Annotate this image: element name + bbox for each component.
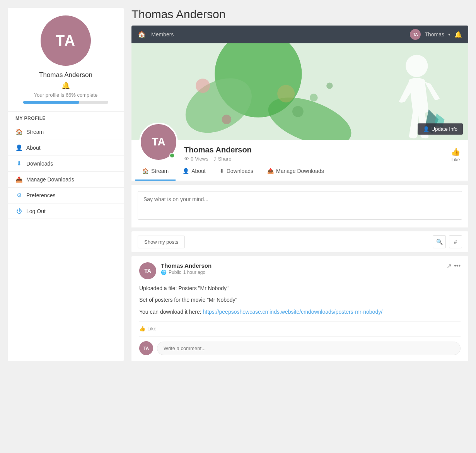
- top-nav-right: TA Thomas ▾ 🔔: [410, 29, 462, 40]
- top-nav: 🏠 Members TA Thomas ▾ 🔔: [131, 26, 468, 43]
- tab-stream-icon: 🏠: [142, 168, 149, 174]
- hashtag-icon: #: [454, 239, 457, 245]
- post-time: 1 hour ago: [183, 270, 205, 275]
- sidebar-profile-complete-text: Your profile is 66% complete: [34, 92, 97, 98]
- main-content: Thomas Anderson 🏠 Members TA Thomas ▾ 🔔: [131, 8, 468, 361]
- post-download-link[interactable]: https://peepsoshowcase.cminds.website/cm…: [203, 309, 383, 315]
- sidebar-divider: [8, 111, 124, 112]
- sidebar-item-stream[interactable]: 🏠 Stream: [8, 124, 124, 140]
- sidebar-item-about[interactable]: 👤 About: [8, 140, 124, 156]
- sidebar-section-label: MY PROFILE: [8, 116, 124, 124]
- post-author-name: Thomas Anderson: [161, 262, 212, 269]
- top-nav-avatar: TA: [410, 29, 421, 40]
- sidebar-menu: 🏠 Stream 👤 About ⬇ Downloads 📤: [8, 124, 124, 219]
- post-card: TA Thomas Anderson 🌐 Public 1 hour ago ↗…: [131, 256, 468, 361]
- sidebar-progress-bar: [23, 101, 108, 104]
- tab-about[interactable]: 👤 About: [176, 162, 213, 181]
- post-line1: Uploaded a file: Posters "Mr Nobody": [139, 284, 461, 292]
- share-action[interactable]: ⤴ Share: [214, 156, 232, 162]
- svg-point-10: [406, 55, 428, 77]
- profile-name-views: Thomas Anderson 👁 0 Views ⤴ Share: [184, 144, 451, 162]
- post-author-avatar: TA: [139, 262, 156, 279]
- about-icon: 👤: [15, 144, 22, 151]
- top-nav-left: 🏠 Members: [138, 31, 174, 39]
- like-label: Like: [451, 157, 460, 162]
- post-like-label: Like: [147, 326, 157, 332]
- sidebar-logout-label: Log Out: [26, 208, 46, 214]
- profile-tabs: 🏠 Stream 👤 About ⬇ Downloads 📤 Manage Do…: [131, 162, 468, 181]
- svg-point-4: [196, 79, 210, 93]
- members-label[interactable]: Members: [151, 31, 174, 38]
- svg-point-9: [326, 82, 333, 89]
- sidebar-preferences-label: Preferences: [26, 192, 55, 198]
- post-line2: Set of posters for the movie "Mr Nobody": [139, 296, 461, 304]
- expand-icon[interactable]: ↗: [447, 262, 452, 270]
- sidebar-bell-icon: 🔔: [61, 81, 70, 90]
- post-meta: 🌐 Public 1 hour ago: [161, 270, 212, 275]
- post-actions: ↗ •••: [447, 262, 461, 270]
- top-nav-username[interactable]: Thomas: [425, 31, 444, 38]
- post-like-button[interactable]: 👍 Like: [139, 326, 157, 332]
- sidebar-stream-label: Stream: [26, 129, 44, 135]
- search-icon: 🔍: [436, 239, 443, 245]
- profile-avatar: TA: [139, 123, 178, 161]
- tab-manage-downloads-label: Manage Downloads: [276, 168, 324, 174]
- comment-avatar: TA: [139, 341, 153, 355]
- profile-meta: 👁 0 Views ⤴ Share: [184, 156, 451, 162]
- sidebar: TA Thomas Anderson 🔔 Your profile is 66%…: [8, 8, 124, 361]
- post-download-line: You can download it here: https://peepso…: [139, 308, 461, 316]
- post-header-left: TA Thomas Anderson 🌐 Public 1 hour ago: [139, 262, 212, 279]
- share-icon: ⤴: [214, 156, 217, 162]
- sidebar-manage-downloads-label: Manage Downloads: [26, 176, 74, 183]
- profile-info-row: TA Thomas Anderson 👁 0 Views ⤴ Share: [131, 140, 468, 162]
- page-title: Thomas Anderson: [131, 8, 468, 21]
- views-count: 👁 0 Views: [184, 156, 208, 162]
- sidebar-about-label: About: [26, 145, 41, 151]
- tab-manage-downloads-icon: 📤: [267, 168, 274, 174]
- post-author-info: Thomas Anderson 🌐 Public 1 hour ago: [161, 262, 212, 275]
- tab-stream-label: Stream: [151, 168, 169, 174]
- like-button[interactable]: 👍 Like: [451, 144, 461, 162]
- post-visibility: Public: [169, 270, 181, 275]
- stream-icon: 🏠: [15, 128, 22, 135]
- stream-input[interactable]: [138, 191, 462, 220]
- post-footer: 👍 Like: [139, 321, 461, 332]
- tab-manage-downloads[interactable]: 📤 Manage Downloads: [260, 162, 331, 181]
- sidebar-avatar: TA: [41, 15, 91, 66]
- tab-about-label: About: [191, 168, 206, 174]
- svg-point-6: [277, 85, 295, 103]
- globe-icon: 🌐: [161, 270, 167, 275]
- manage-downloads-icon: 📤: [15, 176, 22, 183]
- post-header: TA Thomas Anderson 🌐 Public 1 hour ago ↗…: [139, 262, 461, 279]
- sidebar-user-name: Thomas Anderson: [39, 71, 92, 79]
- show-my-posts-button[interactable]: Show my posts: [138, 236, 185, 248]
- thumb-up-icon: 👍: [451, 147, 461, 156]
- sidebar-item-preferences[interactable]: ⚙ Preferences: [8, 188, 124, 203]
- tab-downloads[interactable]: ⬇ Downloads: [213, 162, 260, 181]
- sidebar-item-downloads[interactable]: ⬇ Downloads: [8, 156, 124, 172]
- show-posts-label: Show my posts: [144, 239, 178, 245]
- comment-input[interactable]: [157, 342, 461, 355]
- sidebar-progress-fill: [23, 101, 79, 104]
- show-posts-bar: Show my posts 🔍 #: [131, 231, 468, 252]
- update-info-button[interactable]: 👤 Update Info: [418, 123, 463, 135]
- home-icon[interactable]: 🏠: [138, 31, 146, 39]
- sidebar-item-logout[interactable]: ⏻ Log Out: [8, 203, 124, 219]
- sidebar-item-manage-downloads[interactable]: 📤 Manage Downloads: [8, 172, 124, 188]
- downloads-icon: ⬇: [15, 160, 22, 167]
- like-thumb-icon: 👍: [139, 326, 145, 332]
- hashtag-button[interactable]: #: [449, 235, 462, 248]
- tab-downloads-icon: ⬇: [220, 168, 224, 174]
- eye-icon: 👁: [184, 156, 189, 162]
- search-posts-button[interactable]: 🔍: [433, 235, 446, 248]
- more-options-icon[interactable]: •••: [454, 262, 461, 270]
- posts-filter-icons: 🔍 #: [433, 235, 462, 248]
- tab-stream[interactable]: 🏠 Stream: [135, 162, 176, 181]
- profile-name: Thomas Anderson: [184, 145, 451, 154]
- sidebar-downloads-label: Downloads: [26, 161, 53, 167]
- preferences-icon: ⚙: [15, 192, 22, 199]
- stream-input-area: [131, 185, 468, 227]
- bell-icon[interactable]: 🔔: [454, 31, 462, 38]
- svg-point-7: [292, 106, 304, 117]
- cover-section: 👤 Update Info: [131, 43, 468, 140]
